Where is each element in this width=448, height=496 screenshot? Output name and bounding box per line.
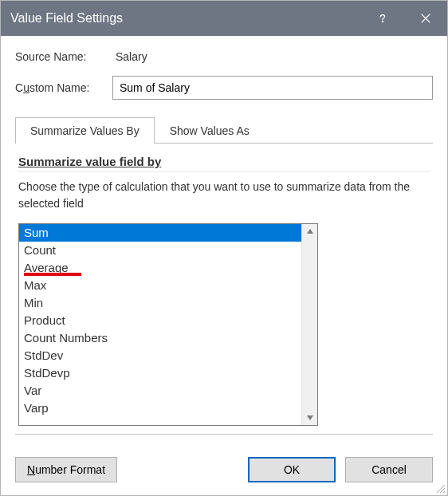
source-name-label: Source Name:: [15, 50, 112, 63]
tabpanel-summarize: Summarize value field by Choose the type…: [15, 144, 433, 435]
svg-marker-4: [307, 415, 313, 420]
cancel-button[interactable]: Cancel: [345, 457, 433, 482]
svg-point-0: [382, 21, 383, 22]
list-item[interactable]: Max: [19, 277, 301, 294]
list-item[interactable]: StdDev: [19, 347, 301, 364]
dialog-body: Source Name: Salary Custom Name: Summari…: [1, 36, 447, 446]
list-item[interactable]: Count Numbers: [19, 329, 301, 347]
resize-grip-icon[interactable]: [434, 482, 446, 494]
scroll-down-icon: [306, 414, 314, 422]
list-item[interactable]: Var: [19, 382, 301, 400]
calculation-listbox-wrap: SumCountAverageMaxMinProductCount Number…: [18, 223, 318, 426]
calculation-listbox[interactable]: SumCountAverageMaxMinProductCount Number…: [19, 224, 301, 425]
list-item[interactable]: Product: [19, 312, 301, 329]
annotation-underline: [24, 273, 81, 276]
list-item[interactable]: StdDevp: [19, 364, 301, 382]
scroll-up-icon: [306, 227, 314, 235]
help-button[interactable]: [361, 1, 404, 36]
list-item[interactable]: Sum: [19, 224, 301, 242]
svg-line-7: [443, 491, 445, 493]
window-title: Value Field Settings: [10, 11, 123, 26]
source-name-row: Source Name: Salary: [15, 50, 433, 63]
dialog-window: Value Field Settings Source Name: Salary…: [0, 0, 448, 496]
section-title: Summarize value field by: [18, 155, 430, 172]
custom-name-input[interactable]: [112, 76, 433, 100]
tab-summarize-values-by[interactable]: Summarize Values By: [15, 117, 155, 144]
list-item[interactable]: Varp: [19, 400, 301, 417]
custom-name-row: Custom Name:: [15, 76, 433, 100]
dialog-footer: Number Format OK Cancel: [1, 446, 447, 495]
scrollbar[interactable]: [301, 224, 317, 425]
svg-marker-3: [307, 229, 313, 234]
custom-name-label: Custom Name:: [15, 81, 112, 94]
list-item[interactable]: Min: [19, 294, 301, 312]
instruction-text: Choose the type of calculation that you …: [18, 179, 430, 212]
list-item[interactable]: Count: [19, 242, 301, 259]
number-format-button[interactable]: Number Format: [15, 457, 117, 482]
help-icon: [377, 13, 388, 24]
close-button[interactable]: [404, 1, 447, 36]
close-icon: [420, 13, 431, 24]
tab-show-values-as[interactable]: Show Values As: [155, 117, 265, 144]
tabs: Summarize Values By Show Values As: [15, 117, 433, 144]
source-name-value: Salary: [116, 50, 147, 63]
titlebar: Value Field Settings: [1, 1, 447, 36]
ok-button[interactable]: OK: [248, 457, 336, 482]
